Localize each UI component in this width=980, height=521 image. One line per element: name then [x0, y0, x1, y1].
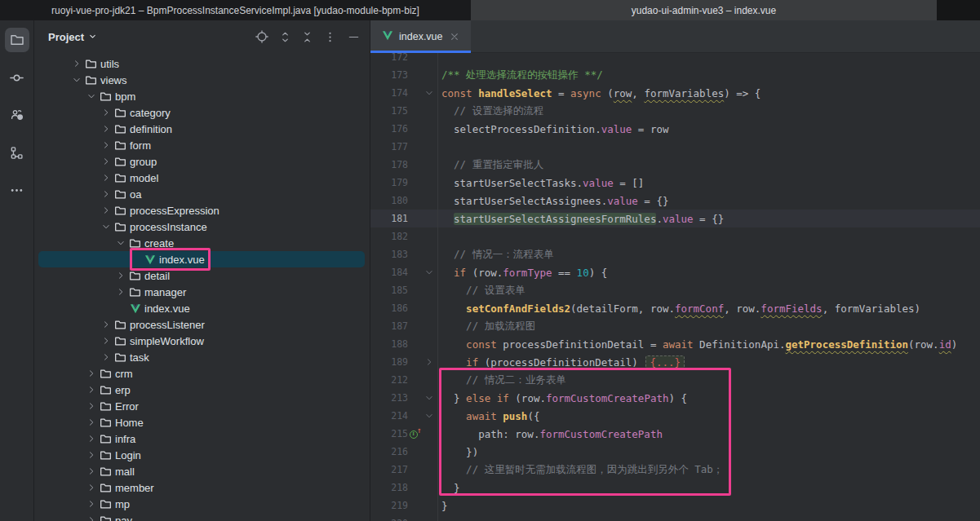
tree-row-form[interactable]: form	[34, 137, 370, 153]
folder-icon	[83, 57, 99, 70]
tree-row-oa[interactable]: oa	[34, 186, 370, 202]
locate-button[interactable]	[255, 30, 268, 43]
folder-icon	[98, 465, 113, 478]
tree-row-error[interactable]: Error	[34, 398, 370, 414]
project-tool-selector[interactable]: Project	[48, 31, 97, 43]
kebab-icon	[324, 31, 336, 43]
code-text[interactable]: setConfAndFields2(detailForm, row.formCo…	[438, 302, 920, 315]
chevron-right-icon[interactable]	[99, 318, 113, 331]
chevron-right-icon[interactable]	[84, 400, 98, 413]
line-number: 184	[370, 267, 408, 278]
code-text[interactable]: // 加载流程图	[438, 320, 535, 333]
implementation-up-icon[interactable]: I↑	[410, 429, 420, 439]
more-tools[interactable]	[5, 178, 29, 202]
code-text[interactable]: if (processDefinitionDetail) {...}	[438, 356, 685, 369]
chevron-right-icon[interactable]	[69, 57, 83, 70]
code-text[interactable]: }	[438, 500, 448, 512]
code-line-174: 174const handleSelect = async (row, form…	[370, 84, 980, 102]
code-text[interactable]: startUserSelectAssignees.value = {}	[438, 195, 668, 207]
fold-chevron-right-icon[interactable]	[421, 353, 438, 371]
chevron-right-icon[interactable]	[99, 188, 113, 201]
tree-row-views[interactable]: views	[34, 72, 370, 88]
tree-row-simpleworkflow[interactable]: simpleWorkflow	[34, 333, 370, 349]
fold-column	[421, 174, 438, 192]
tree-row-processlistener[interactable]: processListener	[34, 316, 370, 333]
tree-row-infra[interactable]: infra	[34, 430, 370, 447]
fold-chevron-down-icon[interactable]	[421, 389, 438, 407]
chevron-right-icon[interactable]	[99, 122, 113, 135]
tree-row-pay[interactable]: pay	[34, 512, 370, 521]
tree-row-processinstance[interactable]: processInstance	[34, 219, 370, 235]
code-text[interactable]: // 设置表单	[438, 284, 525, 298]
code-token: async	[570, 87, 601, 99]
code-text[interactable]: startUserSelectAssigneesFormRules.value …	[438, 213, 724, 225]
chevron-right-icon[interactable]	[99, 171, 113, 184]
chevron-right-icon[interactable]	[99, 155, 113, 168]
expand-all-button[interactable]	[280, 31, 290, 43]
expand-icon	[280, 31, 290, 43]
structure-tool[interactable]	[5, 140, 29, 165]
fold-column	[421, 138, 438, 156]
code-text[interactable]: selectProcessDefinition.value = row	[438, 123, 668, 135]
chevron-down-icon[interactable]	[113, 236, 127, 249]
tree-row-mp[interactable]: mp	[34, 496, 370, 512]
chevron-right-icon[interactable]	[99, 106, 113, 119]
code-text[interactable]: // 重置指定审批人	[438, 158, 543, 172]
chevron-right-icon[interactable]	[84, 497, 98, 510]
code-text[interactable]: startUserSelectTasks.value = []	[438, 177, 644, 189]
commit-tool[interactable]	[5, 65, 29, 90]
tree-row-definition[interactable]: definition	[34, 121, 370, 137]
chevron-right-icon[interactable]	[99, 334, 113, 347]
collapse-all-button[interactable]	[302, 31, 313, 43]
fold-chevron-down-icon[interactable]	[421, 407, 438, 425]
chevron-right-icon[interactable]	[99, 139, 113, 152]
chevron-right-icon[interactable]	[113, 269, 127, 282]
tree-row-home[interactable]: Home	[34, 414, 370, 430]
chevron-right-icon[interactable]	[84, 465, 98, 478]
fold-chevron-down-icon[interactable]	[421, 84, 438, 102]
chevron-down-icon[interactable]	[99, 220, 113, 233]
chevron-right-icon[interactable]	[84, 514, 98, 521]
chevron-right-icon[interactable]	[84, 367, 98, 380]
chevron-right-icon[interactable]	[84, 432, 98, 445]
tree-row-index-vue[interactable]: index.vue	[34, 300, 370, 316]
fold-chevron-down-icon[interactable]	[421, 263, 438, 281]
code-text[interactable]: const handleSelect = async (row, formVar…	[438, 87, 760, 99]
chevron-down-icon[interactable]	[69, 73, 83, 86]
tree-row-processexpression[interactable]: processExpression	[34, 202, 370, 219]
tree-row-erp[interactable]: erp	[34, 382, 370, 398]
line-number: 172	[370, 51, 408, 63]
options-button[interactable]	[324, 31, 336, 43]
close-icon[interactable]	[450, 33, 459, 41]
chevron-down-icon[interactable]	[84, 90, 98, 103]
tree-row-category[interactable]: category	[34, 104, 370, 121]
code-text[interactable]: if (row.formType == 10) {	[438, 267, 607, 279]
tree-row-bpm[interactable]: bpm	[34, 88, 370, 104]
code-text[interactable]: const processDefinitionDetail = await De…	[438, 338, 957, 351]
fold-placeholder[interactable]: {...}	[645, 355, 685, 369]
code-text[interactable]: // 设置选择的流程	[438, 104, 543, 118]
tree-row-model[interactable]: model	[34, 170, 370, 186]
tree-row-mall[interactable]: mall	[34, 463, 370, 479]
code-text[interactable]: /** 处理选择流程的按钮操作 **/	[438, 68, 603, 82]
chevron-right-icon[interactable]	[84, 416, 98, 429]
tree-row-task[interactable]: task	[34, 349, 370, 365]
tree-row-crm[interactable]: crm	[34, 365, 370, 382]
chevron-right-icon[interactable]	[84, 448, 98, 461]
chevron-right-icon[interactable]	[84, 481, 98, 494]
pull-requests-tool[interactable]: ?	[5, 103, 29, 127]
tree-row-utils[interactable]: utils	[34, 55, 370, 72]
editor-tab-index-vue[interactable]: index.vue	[370, 20, 471, 52]
project-tool[interactable]	[5, 28, 29, 52]
chevron-right-icon[interactable]	[99, 204, 113, 217]
chevron-right-icon[interactable]	[84, 383, 98, 396]
tree-row-manager[interactable]: manager	[34, 284, 370, 300]
tree-row-member[interactable]: member	[34, 479, 370, 496]
chevron-right-icon[interactable]	[99, 351, 113, 364]
chevron-right-icon[interactable]	[113, 285, 127, 298]
code-token	[441, 302, 466, 315]
tree-row-group[interactable]: group	[34, 153, 370, 170]
hide-button[interactable]	[348, 31, 360, 43]
code-text[interactable]: // 情况一：流程表单	[438, 248, 554, 262]
tree-row-login[interactable]: Login	[34, 447, 370, 463]
